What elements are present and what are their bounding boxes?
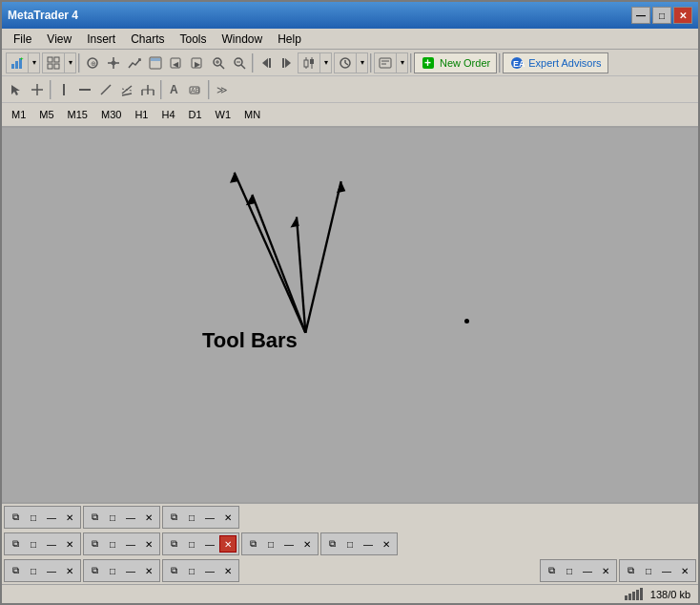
expert-advisors-button[interactable]: EA Expert Advisors <box>503 52 607 73</box>
tab-restore-5[interactable]: ⧉ <box>86 535 103 553</box>
toolbar-btn-template[interactable] <box>145 52 166 73</box>
tab-expand-11[interactable]: □ <box>183 562 200 579</box>
tab-expand-8[interactable]: □ <box>341 535 359 553</box>
profile-dropdown[interactable]: ▾ <box>42 52 76 73</box>
tab-minimize-8[interactable]: — <box>360 535 377 553</box>
toolbar-btn-text[interactable]: A <box>164 79 185 100</box>
tab-expand-9[interactable]: □ <box>25 562 42 579</box>
menu-view[interactable]: View <box>39 31 79 48</box>
tab-expand-3[interactable]: □ <box>183 509 200 526</box>
tab-expand-4[interactable]: □ <box>25 535 42 553</box>
tab-minimize-5[interactable]: — <box>122 535 139 553</box>
toolbar-btn-zoom-in-chart[interactable] <box>124 52 145 73</box>
tf-m30[interactable]: M30 <box>95 107 127 122</box>
tab-expand-1[interactable]: □ <box>25 509 42 526</box>
menu-insert[interactable]: Insert <box>79 31 123 48</box>
menu-tools[interactable]: Tools <box>173 31 215 48</box>
tf-h4[interactable]: H4 <box>155 107 180 122</box>
tab-restore-4[interactable]: ⧉ <box>7 535 24 553</box>
tab-expand-6[interactable]: □ <box>183 535 200 553</box>
tab-close-2[interactable]: ✕ <box>140 509 157 526</box>
tab-restore-8[interactable]: ⧉ <box>323 535 340 553</box>
toolbar-btn-indicator[interactable]: ⊕ <box>82 52 103 73</box>
tab-close-10[interactable]: ✕ <box>140 562 157 579</box>
tab-minimize-10[interactable]: — <box>122 562 139 579</box>
tf-m15[interactable]: M15 <box>62 107 93 122</box>
chart-type-btn[interactable] <box>299 52 319 73</box>
toolbar-btn-vline[interactable] <box>53 79 74 100</box>
toolbar-btn-hline[interactable] <box>74 79 95 100</box>
profile-dropdown-arrow[interactable]: ▾ <box>64 52 75 73</box>
tab-minimize-2[interactable]: — <box>122 509 139 526</box>
tf-m5[interactable]: M5 <box>33 107 59 122</box>
toolbar-btn-zoom-out[interactable] <box>229 52 250 73</box>
tab-restore-12[interactable]: ⧉ <box>543 562 560 579</box>
tf-m1[interactable]: M1 <box>6 107 31 122</box>
maximize-button[interactable]: □ <box>652 7 671 24</box>
tab-restore-3[interactable]: ⧉ <box>165 509 182 526</box>
period-btn[interactable] <box>335 52 356 73</box>
tab-restore-13[interactable]: ⧉ <box>622 562 639 579</box>
tab-close-5[interactable]: ✕ <box>140 535 157 553</box>
tab-restore-7[interactable]: ⧉ <box>244 535 261 553</box>
tab-minimize-3[interactable]: — <box>201 509 218 526</box>
toolbar-btn-trendline[interactable] <box>95 79 116 100</box>
menu-help[interactable]: Help <box>270 31 309 48</box>
toolbar-btn-crosshair2[interactable] <box>27 79 48 100</box>
tab-minimize-13[interactable]: — <box>658 562 675 579</box>
period-dropdown-arrow[interactable]: ▾ <box>356 52 367 73</box>
tab-restore-1[interactable]: ⧉ <box>7 509 24 526</box>
tab-restore-2[interactable]: ⧉ <box>86 509 103 526</box>
toolbar-btn-fwd[interactable]: ▶ <box>187 52 208 73</box>
tab-restore-11[interactable]: ⧉ <box>165 562 182 579</box>
toolbar-btn-label[interactable]: AB <box>185 79 206 100</box>
toolbar-btn-more[interactable]: ≫ <box>212 79 233 100</box>
tab-close-12[interactable]: ✕ <box>597 562 614 579</box>
properties-dropdown[interactable]: ▾ <box>374 52 408 73</box>
toolbar-btn-scroll-left[interactable] <box>256 52 277 73</box>
tab-minimize-7[interactable]: — <box>280 535 298 553</box>
tab-close-1[interactable]: ✕ <box>61 509 78 526</box>
toolbar-btn-pitchfork[interactable] <box>137 79 158 100</box>
toolbar-btn-scroll-right[interactable] <box>277 52 298 73</box>
tab-expand-2[interactable]: □ <box>104 509 121 526</box>
tab-minimize-11[interactable]: — <box>201 562 218 579</box>
close-button[interactable]: ✕ <box>673 7 692 24</box>
profile-btn[interactable] <box>43 52 64 73</box>
new-chart-btn[interactable]: + <box>7 52 28 73</box>
menu-charts[interactable]: Charts <box>123 31 172 48</box>
properties-dropdown-arrow[interactable]: ▾ <box>396 52 407 73</box>
tab-close-4[interactable]: ✕ <box>61 535 78 553</box>
tab-close-11[interactable]: ✕ <box>219 562 237 579</box>
tf-h1[interactable]: H1 <box>129 107 154 122</box>
tf-w1[interactable]: W1 <box>210 107 237 122</box>
tab-expand-7[interactable]: □ <box>262 535 279 553</box>
tab-close-7[interactable]: ✕ <box>299 535 316 553</box>
tab-minimize-12[interactable]: — <box>579 562 596 579</box>
chart-type-dropdown-arrow[interactable]: ▾ <box>319 52 331 73</box>
new-chart-dropdown-arrow[interactable]: ▾ <box>28 52 39 73</box>
minimize-button[interactable]: — <box>631 7 650 24</box>
toolbar-btn-cursor[interactable] <box>6 79 27 100</box>
tab-close-8[interactable]: ✕ <box>378 535 395 553</box>
tab-close-9[interactable]: ✕ <box>61 562 78 579</box>
tab-expand-12[interactable]: □ <box>561 562 578 579</box>
toolbar-btn-back[interactable]: ◀ <box>166 52 187 73</box>
menu-file[interactable]: File <box>6 31 39 48</box>
chart-type-dropdown[interactable]: ▾ <box>298 52 332 73</box>
new-chart-dropdown[interactable]: + ▾ <box>6 52 40 73</box>
tab-restore-6[interactable]: ⧉ <box>165 535 182 553</box>
tab-minimize-9[interactable]: — <box>43 562 60 579</box>
tab-expand-13[interactable]: □ <box>640 562 657 579</box>
menu-window[interactable]: Window <box>215 31 271 48</box>
tab-minimize-6[interactable]: — <box>201 535 218 553</box>
tf-d1[interactable]: D1 <box>183 107 208 122</box>
new-order-button[interactable]: + New Order <box>414 52 497 73</box>
tab-close-3[interactable]: ✕ <box>219 509 237 526</box>
toolbar-btn-zoom-in[interactable] <box>208 52 229 73</box>
tab-close-6[interactable]: ✕ <box>219 535 237 553</box>
tab-expand-10[interactable]: □ <box>104 562 121 579</box>
tab-expand-5[interactable]: □ <box>104 535 121 553</box>
toolbar-btn-crosshair[interactable] <box>103 52 124 73</box>
properties-btn[interactable] <box>375 52 396 73</box>
